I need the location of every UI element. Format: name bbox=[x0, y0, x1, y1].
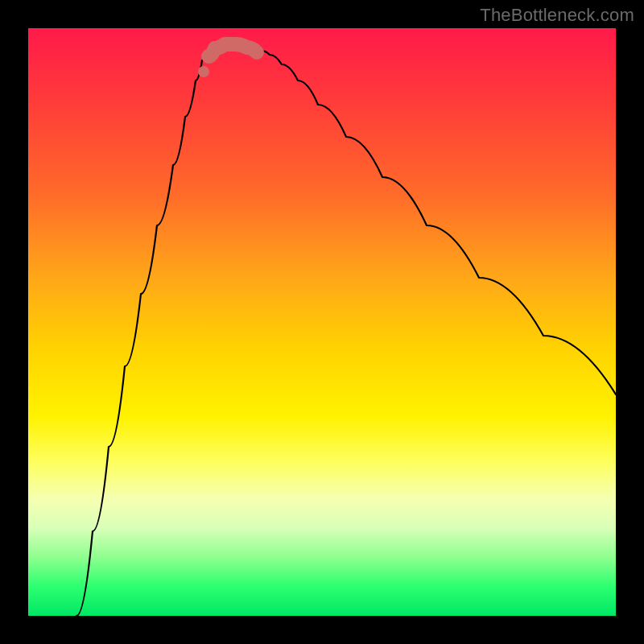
left-curve bbox=[76, 51, 207, 616]
dip-highlight bbox=[208, 44, 257, 56]
chart-frame: TheBottleneck.com bbox=[0, 0, 644, 644]
plot-area bbox=[28, 28, 616, 616]
curve-overlay bbox=[28, 28, 616, 616]
right-curve bbox=[262, 51, 616, 394]
dip-start-dot bbox=[198, 66, 209, 77]
watermark-text: TheBottleneck.com bbox=[480, 5, 634, 26]
